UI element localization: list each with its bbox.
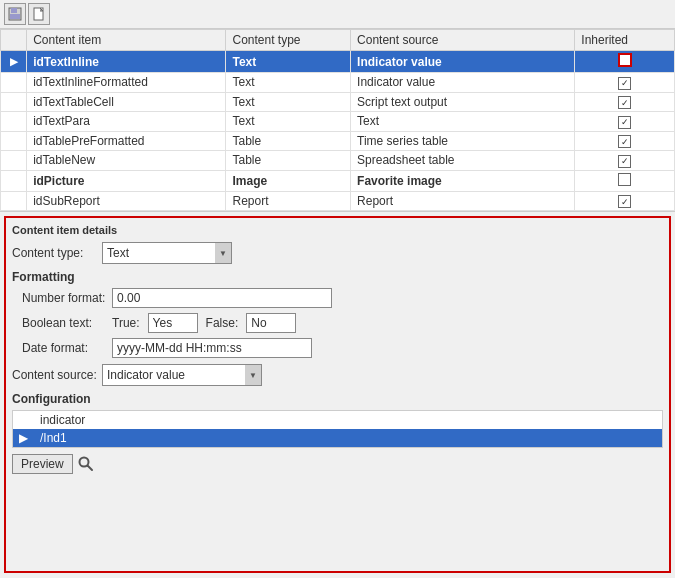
content-type-label: Content type: (12, 246, 102, 260)
config-row[interactable]: indicator (13, 411, 663, 430)
svg-line-5 (87, 466, 92, 471)
config-table: indicator▶/Ind1 (12, 410, 663, 448)
date-format-label: Date format: (22, 341, 112, 355)
config-row[interactable]: ▶/Ind1 (13, 429, 663, 448)
row-inherited-checkbox[interactable] (575, 191, 675, 211)
row-content-type: Table (226, 151, 351, 171)
col-inherited-header: Inherited (575, 30, 675, 51)
row-content-type: Table (226, 131, 351, 151)
boolean-inputs: True: False: (112, 313, 296, 333)
formatting-label: Formatting (12, 270, 663, 284)
table-row[interactable]: idTableNewTableSpreadsheet table (1, 151, 675, 171)
row-content-item: idSubReport (27, 191, 226, 211)
false-label: False: (206, 316, 239, 330)
table-row[interactable]: idTextParaTextText (1, 112, 675, 132)
content-source-value: Indicator value (107, 368, 245, 382)
row-indicator (1, 112, 27, 132)
row-content-type: Text (226, 51, 351, 73)
row-content-item: idTextTableCell (27, 92, 226, 112)
content-type-arrow: ▼ (215, 243, 231, 263)
boolean-text-label: Boolean text: (22, 316, 112, 330)
row-inherited-checkbox[interactable] (575, 131, 675, 151)
row-inherited-checkbox[interactable] (575, 151, 675, 171)
row-content-source: Text (351, 112, 575, 132)
date-format-input[interactable] (112, 338, 312, 358)
content-source-row: Content source: Indicator value ▼ (12, 364, 663, 386)
row-inherited-checkbox[interactable] (575, 73, 675, 93)
row-content-item: idTablePreFormatted (27, 131, 226, 151)
true-label: True: (112, 316, 140, 330)
content-type-row: Content type: Text ▼ (12, 242, 663, 264)
number-format-row: Number format: (22, 288, 663, 308)
row-content-type: Text (226, 73, 351, 93)
row-content-type: Image (226, 170, 351, 191)
config-row-value: /Ind1 (34, 429, 663, 448)
save-button[interactable] (4, 3, 26, 25)
content-source-label: Content source: (12, 368, 102, 382)
row-indicator (1, 92, 27, 112)
preview-label: Preview (21, 457, 64, 471)
row-indicator (1, 131, 27, 151)
details-title: Content item details (12, 224, 663, 236)
new-button[interactable] (28, 3, 50, 25)
preview-section: Preview (12, 454, 663, 474)
row-content-source: Indicator value (351, 73, 575, 93)
row-content-item: idTextInlineFormatted (27, 73, 226, 93)
content-source-dropdown[interactable]: Indicator value ▼ (102, 364, 262, 386)
table-row[interactable]: idSubReportReportReport (1, 191, 675, 211)
row-inherited-checkbox[interactable] (575, 51, 675, 73)
configuration-section: Configuration indicator▶/Ind1 (12, 392, 663, 448)
details-section: Content item details Content type: Text … (4, 216, 671, 573)
formatting-group: Number format: Boolean text: True: False… (12, 288, 663, 358)
main-container: Content item Content type Content source… (0, 29, 675, 577)
row-indicator: ▶ (1, 51, 27, 73)
row-content-type: Text (226, 92, 351, 112)
row-indicator (1, 170, 27, 191)
row-content-type: Text (226, 112, 351, 132)
false-value-input[interactable] (246, 313, 296, 333)
col-content-item-header: Content item (27, 30, 226, 51)
svg-rect-1 (11, 8, 17, 13)
row-indicator (1, 191, 27, 211)
row-content-item: idPicture (27, 170, 226, 191)
svg-rect-2 (10, 14, 20, 19)
preview-button[interactable]: Preview (12, 454, 73, 474)
number-format-label: Number format: (22, 291, 112, 305)
table-row[interactable]: idTextTableCellTextScript text output (1, 92, 675, 112)
row-indicator (1, 151, 27, 171)
row-content-source: Indicator value (351, 51, 575, 73)
row-content-source: Script text output (351, 92, 575, 112)
row-content-source: Time series table (351, 131, 575, 151)
boolean-text-row: Boolean text: True: False: (22, 313, 663, 333)
number-format-input[interactable] (112, 288, 332, 308)
toolbar (0, 0, 675, 29)
row-content-item: idTextPara (27, 112, 226, 132)
content-table-section: Content item Content type Content source… (0, 29, 675, 212)
config-row-value: indicator (34, 411, 663, 430)
row-content-item: idTextInline (27, 51, 226, 73)
row-content-type: Report (226, 191, 351, 211)
col-indicator (1, 30, 27, 51)
table-row[interactable]: idTextInlineFormattedTextIndicator value (1, 73, 675, 93)
table-row[interactable]: idTablePreFormattedTableTime series tabl… (1, 131, 675, 151)
configuration-label: Configuration (12, 392, 663, 406)
row-inherited-checkbox[interactable] (575, 112, 675, 132)
content-source-arrow: ▼ (245, 365, 261, 385)
content-type-value: Text (107, 246, 215, 260)
col-content-type-header: Content type (226, 30, 351, 51)
config-row-indicator: ▶ (13, 429, 35, 448)
row-content-source: Favorite image (351, 170, 575, 191)
row-content-source: Report (351, 191, 575, 211)
preview-search-icon (77, 455, 95, 473)
row-inherited-checkbox[interactable] (575, 92, 675, 112)
col-content-source-header: Content source (351, 30, 575, 51)
table-row[interactable]: ▶idTextInlineTextIndicator value (1, 51, 675, 73)
config-row-indicator (13, 411, 35, 430)
row-inherited-checkbox[interactable] (575, 170, 675, 191)
content-type-dropdown[interactable]: Text ▼ (102, 242, 232, 264)
table-row[interactable]: idPictureImageFavorite image (1, 170, 675, 191)
row-indicator (1, 73, 27, 93)
true-value-input[interactable] (148, 313, 198, 333)
date-format-row: Date format: (22, 338, 663, 358)
content-table: Content item Content type Content source… (0, 29, 675, 211)
